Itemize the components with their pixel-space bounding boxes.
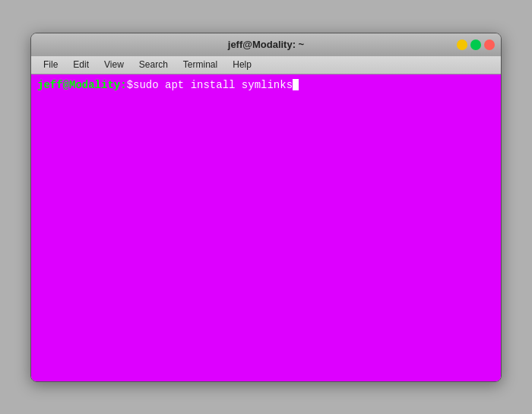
minimize-button[interactable] [457, 40, 467, 50]
terminal-body[interactable]: jeff@Modality: $ sudo apt install symlin… [31, 74, 501, 381]
menu-file[interactable]: File [37, 58, 64, 71]
window-title: jeff@Modality: ~ [228, 39, 304, 50]
menu-edit[interactable]: Edit [67, 58, 95, 71]
maximize-button[interactable] [470, 40, 481, 50]
close-button[interactable] [484, 40, 495, 50]
menu-view[interactable]: View [98, 58, 130, 71]
terminal-window: jeff@Modality: ~ File Edit View Search T… [30, 33, 502, 382]
menu-terminal[interactable]: Terminal [177, 58, 223, 71]
title-bar: jeff@Modality: ~ [31, 33, 501, 56]
prompt-command: sudo apt install symlinks [133, 79, 293, 91]
terminal-cursor [293, 79, 299, 90]
window-controls [457, 40, 495, 50]
prompt-line: jeff@Modality: $ sudo apt install symlin… [37, 79, 495, 91]
menu-search[interactable]: Search [133, 58, 174, 71]
prompt-user: jeff@Modality: [37, 79, 127, 91]
menu-help[interactable]: Help [226, 58, 258, 71]
menu-bar: File Edit View Search Terminal Help [31, 56, 501, 74]
prompt-symbol: $ [127, 79, 133, 91]
